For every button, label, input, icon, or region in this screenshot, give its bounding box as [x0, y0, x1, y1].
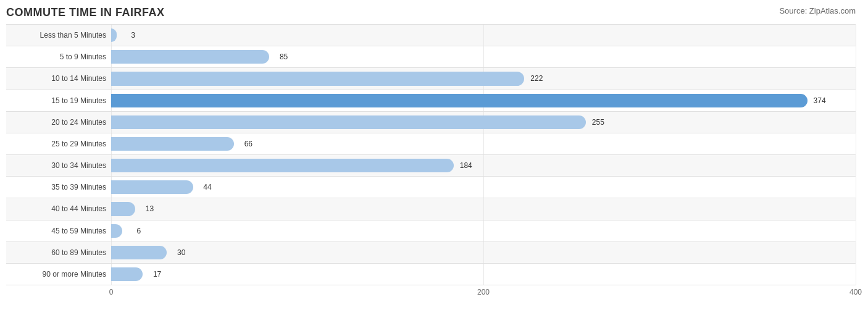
bar-area: 44: [111, 177, 856, 198]
bar-row: 10 to 14 Minutes222: [6, 67, 856, 89]
bar-label: 45 to 59 Minutes: [6, 227, 111, 235]
bar: 85: [111, 50, 269, 64]
bar: 255: [111, 115, 586, 129]
bar-row: 5 to 9 Minutes85: [6, 46, 856, 67]
bar-area: 374: [111, 90, 856, 111]
bar: 6: [111, 224, 122, 238]
bar-row: 25 to 29 Minutes66: [6, 133, 856, 154]
bar-label: 15 to 19 Minutes: [6, 96, 111, 105]
bar-label: 60 to 89 Minutes: [6, 248, 111, 257]
bar-label: 5 to 9 Minutes: [6, 52, 111, 61]
bar-row: 20 to 24 Minutes255: [6, 111, 856, 133]
bar-label: 40 to 44 Minutes: [6, 204, 111, 213]
bar: 3: [111, 28, 117, 42]
bar: 44: [111, 180, 193, 194]
bar-value: 85: [280, 52, 288, 61]
bar-row: 35 to 39 Minutes44: [6, 176, 856, 198]
bar-value: 374: [814, 96, 826, 105]
bar-value: 3: [131, 31, 135, 40]
bar-area: 17: [111, 264, 856, 285]
bar: 374: [111, 94, 807, 107]
bar-label: 20 to 24 Minutes: [6, 118, 111, 127]
chart-body: Less than 5 Minutes35 to 9 Minutes8510 t…: [6, 24, 856, 285]
bar-value: 66: [244, 140, 252, 148]
bar: 66: [111, 137, 234, 151]
bar-value: 44: [203, 183, 211, 191]
bar-area: 3: [111, 25, 856, 46]
bar-label: 90 or more Minutes: [6, 270, 111, 279]
bar-area: 66: [111, 133, 856, 154]
bar-area: 13: [111, 198, 856, 219]
bar: 184: [111, 159, 454, 172]
chart-source: Source: ZipAtlas.com: [779, 6, 856, 15]
chart-title: COMMUTE TIME IN FAIRFAX: [6, 6, 856, 19]
bar-value: 17: [153, 270, 161, 279]
x-axis-label: 400: [849, 288, 862, 296]
bar-row: 90 or more Minutes17: [6, 263, 856, 285]
bar-area: 85: [111, 46, 856, 67]
bar-area: 30: [111, 242, 856, 263]
bar-value: 222: [530, 74, 543, 83]
bar-label: 10 to 14 Minutes: [6, 74, 111, 83]
bar-label: 30 to 34 Minutes: [6, 161, 111, 170]
bar-row: 45 to 59 Minutes6: [6, 220, 856, 241]
bar-area: 255: [111, 112, 856, 133]
bar-area: 184: [111, 155, 856, 176]
bar-value: 184: [460, 161, 472, 170]
bar: 222: [111, 72, 524, 85]
bar-label: 25 to 29 Minutes: [6, 140, 111, 148]
bar-value: 30: [177, 248, 185, 257]
bar-row: 15 to 19 Minutes374: [6, 90, 856, 111]
x-axis-label: 0: [109, 288, 114, 296]
bar-area: 222: [111, 68, 856, 89]
bar-value: 13: [146, 204, 154, 213]
bar-value: 255: [592, 118, 604, 127]
chart-container: COMMUTE TIME IN FAIRFAX Source: ZipAtlas…: [0, 0, 868, 323]
bar-row: 30 to 34 Minutes184: [6, 154, 856, 176]
bar-row: 60 to 89 Minutes30: [6, 241, 856, 263]
x-axis: 0200400: [111, 285, 856, 298]
bar-area: 6: [111, 220, 856, 241]
bar-value: 6: [136, 227, 141, 235]
bar: 13: [111, 202, 135, 216]
x-axis-label: 200: [477, 288, 490, 296]
bar: 17: [111, 267, 143, 281]
bar-row: Less than 5 Minutes3: [6, 24, 856, 46]
bar: 30: [111, 246, 167, 259]
bar-row: 40 to 44 Minutes13: [6, 198, 856, 219]
bar-label: 35 to 39 Minutes: [6, 183, 111, 191]
bar-label: Less than 5 Minutes: [6, 31, 111, 40]
